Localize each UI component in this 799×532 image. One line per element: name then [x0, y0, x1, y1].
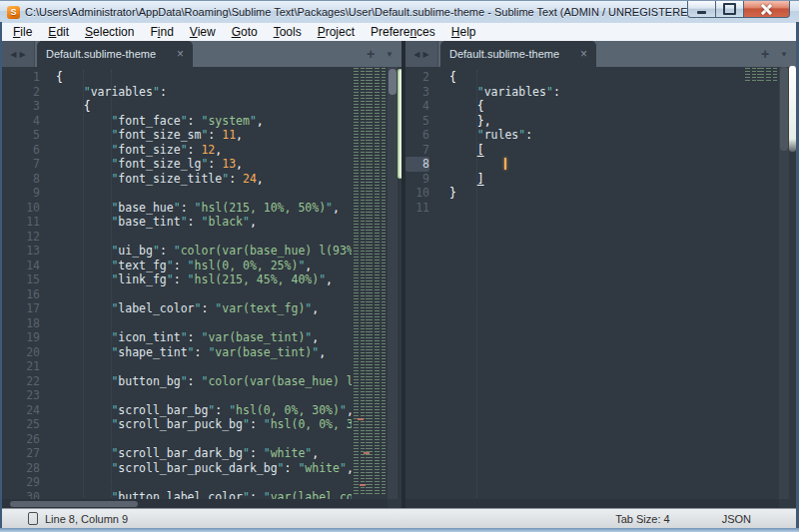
menu-item-help[interactable]: Help — [443, 24, 484, 40]
code-line: 28 "scroll_bar_puck_dark_bg": "white", — [2, 461, 352, 476]
new-tab-icon[interactable]: + — [367, 46, 375, 62]
tab-scroll-right-icon[interactable]: ▶ — [20, 50, 26, 59]
line-number: 1 — [2, 70, 40, 85]
text-caret — [504, 158, 506, 170]
cursor-position[interactable]: Line 8, Column 9 — [45, 513, 128, 525]
line-number: 11 — [2, 215, 40, 230]
tab-size-indicator[interactable]: Tab Size: 4 — [615, 513, 669, 525]
code-line: 22 "button_bg": "color(var(base_hue) l(9… — [2, 374, 352, 389]
code-line: 26 — [2, 432, 352, 447]
code-line: 25 "scroll_bar_puck_bg": "hsl(0, 0%, 30%… — [2, 417, 352, 432]
line-number: 16 — [2, 287, 40, 302]
right-minimap[interactable] — [743, 67, 779, 499]
line-number: 13 — [2, 244, 40, 259]
code-line: 11 "base_tint": "black", — [2, 215, 352, 230]
window-controls — [687, 1, 790, 18]
line-number: 4 — [405, 99, 429, 114]
window-title: C:\Users\Administrator\AppData\Roaming\S… — [25, 6, 699, 18]
code-line: 3 { — [2, 99, 352, 114]
line-number: 9 — [405, 172, 429, 187]
line-number: 7 — [2, 157, 40, 172]
code-line: 15 "link_fg": "hsl(215, 45%, 40%)", — [2, 272, 352, 287]
left-minimap[interactable] — [352, 67, 388, 499]
code-line: 20 "shape_tint": "var(base_tint)", — [2, 345, 352, 360]
line-number: 6 — [405, 128, 429, 143]
menu-item-selection[interactable]: Selection — [77, 24, 142, 40]
menu-bar: FileEditSelectionFindViewGotoToolsProjec… — [1, 23, 798, 41]
window-border — [0, 22, 2, 532]
right-tab-bar: ◀ ▶ Default.sublime-theme × + ▼ — [405, 41, 796, 67]
code-line: 29 — [2, 475, 352, 490]
line-number: 9 — [2, 186, 40, 201]
menu-item-project[interactable]: Project — [310, 24, 363, 40]
menu-item-preferences[interactable]: Preferences — [363, 24, 443, 40]
tab-scroll-arrows[interactable]: ◀ ▶ — [405, 41, 438, 67]
code-line: 21 — [2, 359, 352, 374]
syntax-indicator[interactable]: JSON — [722, 513, 751, 525]
menu-item-edit[interactable]: Edit — [40, 24, 77, 40]
menu-item-find[interactable]: Find — [142, 24, 181, 40]
line-number: 8 — [2, 172, 40, 187]
tab-scroll-left-icon[interactable]: ◀ — [413, 50, 419, 59]
tab-scroll-right-icon[interactable]: ▶ — [423, 50, 429, 59]
tab-list-icon[interactable]: ▼ — [386, 50, 394, 59]
tab-label: Default.sublime-theme — [449, 48, 559, 60]
tab-close-icon[interactable]: × — [580, 48, 587, 60]
close-icon — [761, 4, 772, 15]
line-number: 3 — [2, 99, 40, 114]
code-line: 6 "rules": — [405, 128, 741, 143]
title-bar[interactable]: S C:\Users\Administrator\AppData\Roaming… — [0, 0, 799, 23]
code-line: 18 — [2, 316, 352, 331]
right-pane: ◀ ▶ Default.sublime-theme × + ▼ 2{3 "var… — [405, 41, 796, 509]
line-number: 20 — [2, 345, 40, 360]
menu-item-view[interactable]: View — [182, 24, 224, 40]
tab-list-icon[interactable]: ▼ — [780, 50, 788, 59]
menu-item-file[interactable]: File — [5, 24, 40, 40]
code-line: 30 "button_label_color": "var(label_colo… — [2, 490, 352, 500]
line-number: 21 — [2, 359, 40, 374]
menu-item-tools[interactable]: Tools — [266, 24, 310, 40]
line-number: 22 — [2, 374, 40, 389]
line-number: 6 — [2, 143, 40, 158]
status-bar: Line 8, Column 9 Tab Size: 4 JSON — [2, 508, 796, 528]
code-line: 27 "scroll_bar_dark_bg": "white", — [2, 446, 352, 461]
code-line: 17 "label_color": "var(text_fg)", — [2, 301, 352, 316]
scrollbar-thumb[interactable] — [389, 69, 397, 95]
code-line: 2{ — [405, 70, 741, 85]
scrollbar-thumb[interactable] — [780, 67, 788, 151]
line-number: 30 — [2, 490, 40, 500]
code-line: 3 "variables": — [405, 85, 741, 100]
tab-close-icon[interactable]: × — [177, 48, 184, 60]
line-number: 17 — [2, 301, 40, 316]
tab-scroll-left-icon[interactable]: ◀ — [10, 50, 16, 59]
left-pane: ◀ ▶ Default.sublime-theme × + ▼ 1{2 "var… — [2, 41, 401, 509]
code-line: 12 — [2, 230, 352, 245]
line-number: 15 — [2, 272, 40, 287]
code-line: 9 — [2, 186, 352, 201]
line-number: 7 — [405, 143, 429, 158]
status-icon[interactable] — [28, 512, 38, 525]
right-code-editor[interactable]: 2{3 "variables":4 {5 },6 "rules":7 [8 9 … — [405, 67, 741, 499]
tab-scroll-arrows[interactable]: ◀ ▶ — [2, 41, 35, 67]
sublime-text-icon: S — [7, 6, 20, 19]
code-line: 13 "ui_bg": "color(var(base_hue) l(93%))… — [2, 244, 352, 259]
line-number: 5 — [405, 114, 429, 129]
tab-default-sublime-theme[interactable]: Default.sublime-theme × — [440, 41, 596, 67]
tab-default-sublime-theme[interactable]: Default.sublime-theme × — [37, 41, 193, 67]
close-button[interactable] — [744, 1, 790, 18]
line-number: 2 — [2, 85, 40, 100]
left-code-editor[interactable]: 1{2 "variables":3 {4 "font_face": "syste… — [2, 67, 352, 499]
minimize-button[interactable] — [687, 1, 715, 18]
left-vertical-scrollbar[interactable] — [388, 67, 398, 499]
code-line: 2 "variables": — [2, 85, 352, 100]
code-line: 9 ] — [405, 172, 741, 187]
scrollbar-thumb[interactable] — [10, 501, 138, 507]
right-scrollbar-puck[interactable] — [789, 66, 796, 152]
code-line: 5 "font_size_sm": 11, — [2, 128, 352, 143]
right-vertical-scrollbar[interactable] — [779, 67, 789, 499]
code-line: 1{ — [2, 70, 352, 85]
menu-item-goto[interactable]: Goto — [224, 24, 266, 40]
new-tab-icon[interactable]: + — [761, 46, 769, 62]
maximize-button[interactable] — [715, 1, 744, 18]
code-line: 19 "icon_tint": "var(base_tint)", — [2, 330, 352, 345]
